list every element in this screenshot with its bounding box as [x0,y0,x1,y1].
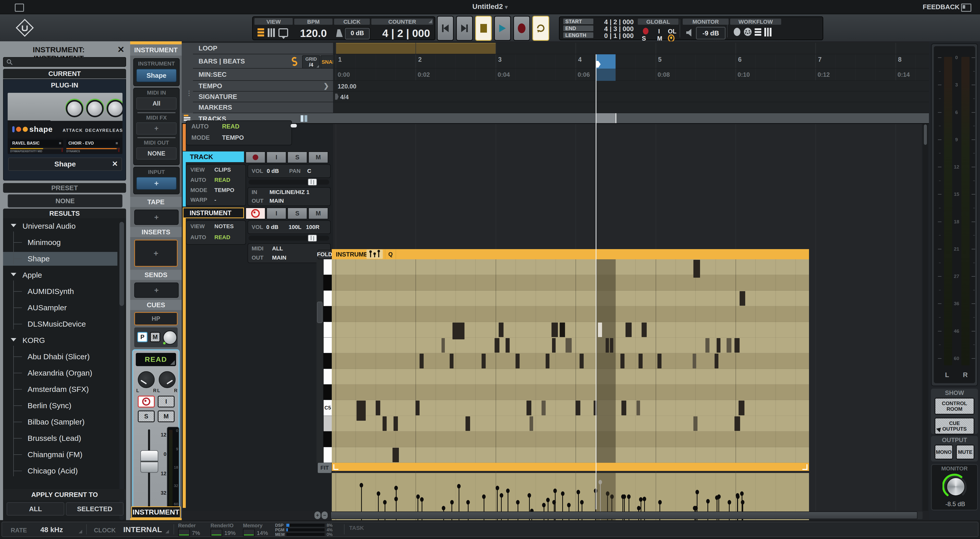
velocity-lollipop-dot[interactable] [694,506,698,510]
midi-note[interactable] [657,354,662,368]
midi-note[interactable] [579,354,584,368]
midi-note[interactable] [515,354,520,368]
control-room-button[interactable]: CONTROLROOM [935,398,974,415]
midi-note[interactable] [506,338,510,353]
timeline-handle-strip[interactable]: ⋮ [182,43,193,114]
results-item[interactable]: Minimoog [27,238,61,247]
stop-button[interactable] [475,16,492,41]
midi-note[interactable] [450,354,454,368]
velocity-lollipop-dot[interactable] [728,500,731,504]
results-item[interactable]: Alexandria (Organ) [27,369,92,377]
global-ol-toggle[interactable]: OL [668,28,676,35]
midi-note[interactable] [735,338,740,353]
clip-right-handle[interactable] [802,464,808,470]
velocity-lollipop-dot[interactable] [740,491,744,496]
midi-note[interactable] [610,338,613,353]
view-columns-icon[interactable] [268,28,275,37]
midi-note[interactable] [466,416,470,431]
ua-logo-icon[interactable] [15,18,35,38]
pan-knob-left[interactable] [138,371,155,388]
velocity-lollipop-dot[interactable] [383,500,387,504]
note-grid[interactable] [332,259,809,463]
midi-note[interactable] [598,323,602,337]
midi-note[interactable] [606,338,609,353]
velocity-tool-icon[interactable] [366,250,383,259]
midi-out-button[interactable]: NONE [136,147,177,160]
midi-note[interactable] [527,401,531,415]
instrument-pan-r-value[interactable]: 100R [306,224,320,230]
quantize-button[interactable]: Q [385,250,396,259]
min-sec-row-label[interactable]: MIN:SEC [193,68,333,81]
apply-all-button[interactable]: ALL [6,502,64,515]
instrument-input-button[interactable]: I [266,208,286,219]
mute-button[interactable]: MUTE [956,445,974,460]
global-mute-toggle[interactable]: M [657,35,662,42]
results-scrollbar[interactable] [119,222,124,520]
velocity-lollipop-dot[interactable] [394,486,398,490]
velocity-lollipop-dot[interactable] [542,503,546,507]
results-item[interactable]: AUMIDISynth [27,287,74,296]
velocity-lollipop-dot[interactable] [736,495,740,499]
midi-note[interactable] [625,323,632,337]
workflow-oval-icon[interactable] [734,28,740,36]
results-item[interactable]: KORG [22,336,45,345]
tempo-ruler[interactable]: 120.00 [333,81,929,92]
track-row-instrument[interactable]: INSTRUMENT I S M VIEWNOTES AUTOREAD VOL … [182,207,333,511]
workflow-rows-icon[interactable] [755,28,761,36]
results-section-header[interactable]: RESULTS [3,209,126,218]
piano-key[interactable]: C5 [324,400,332,415]
strip-solo-button[interactable]: S [138,411,155,422]
instrument-view-value[interactable]: NOTES [215,223,234,230]
velocity-lollipop-dot[interactable] [658,500,662,504]
instrument-solo-button[interactable]: S [287,208,307,219]
track-vol-value[interactable]: 0 dB [267,168,279,174]
length-value[interactable]: 0 | 1 | 000 [593,32,634,40]
track-solo-button[interactable]: S [287,151,307,163]
global-solo-toggle[interactable]: S [642,35,646,42]
cue-mute-button[interactable]: M [150,332,160,342]
signature-ruler[interactable]: 4/4 [333,92,929,102]
midi-note[interactable] [482,354,486,368]
snap-link-icon[interactable] [290,56,300,67]
plugin-preview[interactable]: shape ATTACK DECAY RELEASE RAVEL BASIC ≡… [8,93,123,154]
midi-note[interactable] [420,354,424,368]
midi-note[interactable] [620,354,625,368]
velocity-lollipop-dot[interactable] [506,488,510,493]
velocity-lollipop-dot[interactable] [457,484,461,488]
feedback-icon[interactable] [961,3,971,12]
track-input-value[interactable]: MIC/LINE/HIZ 1 [269,189,309,195]
partial-auto-value[interactable]: READ [222,123,239,130]
midi-note[interactable] [383,416,387,431]
remove-plugin-icon[interactable]: ✕ [112,160,118,168]
partial-mode-value[interactable]: TEMPO [222,134,244,141]
tracks-header-row[interactable]: TRACKS [182,113,929,124]
chevron-down-icon[interactable] [11,338,16,341]
instrument-mute-button[interactable]: M [308,208,328,219]
tempo-row-label[interactable]: TEMPO ❯ [193,81,333,92]
track-record-button[interactable] [245,151,266,163]
midi-note[interactable] [576,401,580,415]
midi-note[interactable] [714,354,719,368]
loop-ruler[interactable] [333,43,929,54]
click-level-button[interactable]: 0 dB [345,28,370,40]
midi-note[interactable] [552,323,558,337]
counter-value[interactable]: 4 | 2 | 000 [371,27,430,40]
velocity-lollipop-dot[interactable] [576,490,580,495]
inserts-add-button[interactable]: + [134,240,178,267]
cue-hp-button[interactable]: HP [134,312,178,325]
midi-note[interactable] [694,260,700,277]
automation-mode-button[interactable]: READ [136,353,176,366]
instrument-midi-value[interactable]: ALL [272,245,283,252]
speaker-icon[interactable] [686,28,694,37]
go-to-end-button[interactable] [456,16,473,41]
instrument-plugin-button[interactable]: Shape [136,69,177,82]
strip-record-button[interactable] [138,396,155,407]
velocity-lollipop-dot[interactable] [516,500,520,504]
piano-key[interactable] [324,306,332,322]
preset-tile-b[interactable]: CHOIR - EVO ≡ DYNAMICS [66,140,120,152]
track-output-value[interactable]: MAIN [269,198,284,204]
playhead[interactable] [596,54,597,509]
velocity-lollipop-dot[interactable] [528,493,531,498]
piano-key[interactable] [324,275,332,290]
horizontal-scrollbar[interactable] [331,512,923,519]
